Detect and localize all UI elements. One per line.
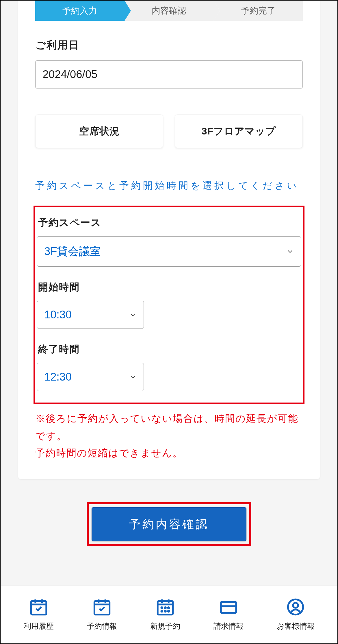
date-label: ご利用日 xyxy=(35,38,303,52)
start-time-label: 開始時間 xyxy=(37,281,301,294)
nav-history[interactable]: 利用履歴 xyxy=(24,597,54,631)
space-label: 予約スペース xyxy=(37,216,301,229)
svg-rect-0 xyxy=(31,601,46,615)
nav-label: 利用履歴 xyxy=(24,621,54,631)
svg-rect-18 xyxy=(221,602,236,613)
confirm-button[interactable]: 予約内容確認 xyxy=(92,507,246,541)
progress-stepper: 予約入力 内容確認 予約完了 xyxy=(18,1,320,21)
svg-point-16 xyxy=(164,611,166,612)
nav-label: 請求情報 xyxy=(213,621,244,631)
nav-reservation-info[interactable]: 予約情報 xyxy=(87,597,117,631)
calendar-check-icon xyxy=(90,597,114,617)
svg-point-13 xyxy=(164,607,166,608)
svg-point-12 xyxy=(161,607,162,608)
nav-customer-info[interactable]: お客様情報 xyxy=(277,597,315,631)
bottom-nav: 利用履歴 予約情報 新規予約 請求情報 お客様情報 xyxy=(1,586,337,643)
svg-rect-4 xyxy=(94,601,109,615)
end-time-label: 終了時間 xyxy=(37,343,301,356)
nav-billing[interactable]: 請求情報 xyxy=(213,597,244,631)
user-icon xyxy=(284,597,307,617)
chevron-down-icon xyxy=(129,311,137,319)
nav-label: 予約情報 xyxy=(87,621,117,631)
nav-label: 新規予約 xyxy=(150,621,180,631)
nav-label: お客様情報 xyxy=(277,621,315,631)
chevron-down-icon xyxy=(129,373,137,381)
svg-point-21 xyxy=(293,603,298,608)
end-time-value: 12:30 xyxy=(44,371,72,383)
step-confirm: 内容確認 xyxy=(125,1,214,21)
instruction-text: 予約スペースと予約開始時間を選択してください xyxy=(18,177,320,194)
confirm-button-highlight: 予約内容確認 xyxy=(87,502,251,546)
start-time-select[interactable]: 10:30 xyxy=(37,301,144,329)
availability-button[interactable]: 空席状況 xyxy=(35,115,163,148)
end-time-select[interactable]: 12:30 xyxy=(37,363,144,391)
calendar-check-icon xyxy=(27,597,50,617)
svg-point-17 xyxy=(168,611,169,612)
card-icon xyxy=(217,597,240,617)
space-select[interactable]: 3F貸会議室 xyxy=(37,236,301,267)
warning-text: ※後ろに予約が入っていない場合は、時間の延長が可能です。 予約時間の短縮はできま… xyxy=(18,404,320,462)
svg-point-14 xyxy=(168,607,169,608)
floormap-button[interactable]: 3Fフロアマップ xyxy=(175,115,303,148)
date-input[interactable]: 2024/06/05 xyxy=(35,60,303,88)
step-complete: 予約完了 xyxy=(213,1,303,21)
svg-point-15 xyxy=(161,611,162,612)
reservation-highlight-box: 予約スペース 3F貸会議室 開始時間 10:30 xyxy=(34,206,304,404)
chevron-down-icon xyxy=(286,248,294,255)
calendar-grid-icon xyxy=(154,597,177,617)
step-input: 予約入力 xyxy=(35,1,125,21)
start-time-value: 10:30 xyxy=(44,309,72,321)
space-select-value: 3F貸会議室 xyxy=(44,244,101,259)
nav-new-reservation[interactable]: 新規予約 xyxy=(150,597,180,631)
